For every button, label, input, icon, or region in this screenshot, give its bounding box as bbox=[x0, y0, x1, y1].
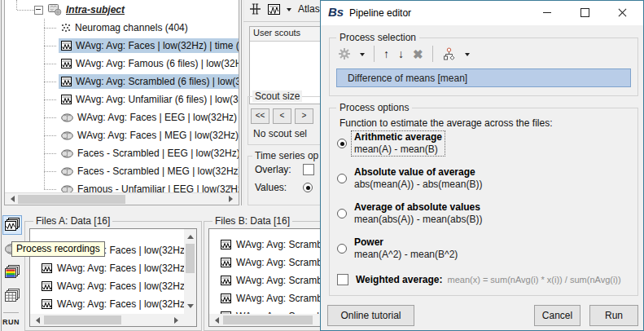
wavg-icon bbox=[61, 41, 72, 51]
move-up-button[interactable]: ↑ bbox=[383, 48, 389, 60]
tree-item[interactable]: Faces - Scrambled | EEG | low(32Hz) | ti bbox=[5, 144, 239, 162]
brain-icon bbox=[61, 131, 73, 140]
file-item-label: WAvg: Avg: Faces | low(32Hz) | bbox=[57, 263, 184, 274]
maximize-button[interactable] bbox=[572, 1, 598, 24]
tree-item[interactable]: WAvg: Avg: Faces | low(32Hz) | time (-2 bbox=[5, 37, 239, 55]
split-view-icon[interactable] bbox=[249, 3, 261, 15]
waveform-icon[interactable] bbox=[268, 4, 280, 15]
radio-button[interactable] bbox=[337, 244, 347, 254]
option-average-of-absolute-values[interactable]: Average of absolute values mean(abs(A)) … bbox=[337, 201, 482, 226]
move-down-button[interactable]: ↓ bbox=[398, 48, 404, 60]
tree-item-label: Faces - Scrambled | EEG | low(32Hz) | ti bbox=[77, 148, 239, 159]
brainstorm-logo-icon: Bs bbox=[328, 5, 344, 19]
overlay-checkbox[interactable] bbox=[303, 164, 314, 175]
dialog-titlebar[interactable]: Bs Pipeline editor bbox=[321, 1, 643, 25]
tree-item-label: WAvg: Avg: Unfamiliar (6 files) | low(32 bbox=[76, 94, 239, 105]
scrollbar-thumb[interactable] bbox=[18, 195, 125, 204]
option-absolute-value-of-average[interactable]: Absolute value of average abs(mean(A)) -… bbox=[337, 166, 482, 191]
pipeline-editor-dialog: Bs Pipeline editor Process selection ↑ ↓… bbox=[320, 0, 644, 331]
file-item[interactable]: WAvg: Avg: Faces | low(32Hz) | bbox=[30, 295, 184, 313]
subject-icon bbox=[48, 4, 62, 15]
file-item[interactable]: WAvg: Avg: Faces | low(32Hz) | bbox=[30, 277, 184, 295]
file-item[interactable]: WAvg: Avg: Faces | low(32Hz) | bbox=[30, 259, 184, 277]
scroll-down-hint-icon[interactable] bbox=[226, 185, 233, 192]
cancel-button[interactable]: Cancel bbox=[534, 305, 580, 326]
files-a-horizontal-scrollbar[interactable] bbox=[30, 314, 184, 326]
tree-item[interactable]: Faces - Scrambled | MEG | low(32Hz) | t bbox=[5, 162, 239, 180]
values-radio[interactable] bbox=[303, 183, 313, 192]
wavg-icon bbox=[61, 77, 72, 86]
grow-scout-fast-button[interactable]: << bbox=[251, 108, 269, 124]
scroll-left-icon[interactable] bbox=[212, 317, 219, 324]
tooltip: Process recordings bbox=[11, 241, 105, 257]
grow-scout-button[interactable]: > bbox=[295, 108, 313, 124]
scrollbar-thumb[interactable] bbox=[44, 316, 121, 324]
pipeline-icon[interactable] bbox=[442, 47, 456, 61]
scroll-right-icon[interactable] bbox=[229, 196, 236, 202]
scroll-up-icon[interactable] bbox=[187, 232, 194, 239]
radio-button[interactable] bbox=[337, 174, 347, 183]
minimize-button[interactable] bbox=[534, 1, 560, 24]
user-scouts-header[interactable]: User scouts bbox=[250, 27, 320, 42]
chevron-down-icon[interactable] bbox=[360, 53, 365, 59]
divider bbox=[243, 21, 320, 22]
divider bbox=[3, 312, 19, 313]
scout-size-buttons: << < > bbox=[251, 108, 313, 124]
selected-process-item[interactable]: Difference of means [mean] bbox=[336, 68, 631, 87]
chevron-down-icon[interactable] bbox=[287, 8, 291, 14]
delete-process-button[interactable]: ✖ bbox=[413, 48, 423, 60]
shrink-scout-button[interactable]: < bbox=[273, 108, 291, 124]
weighted-average-row[interactable]: Weighted average: mean(x) = sum(nAvg(i) … bbox=[337, 274, 621, 285]
process-timefreq-button[interactable] bbox=[2, 263, 22, 282]
scroll-down-icon[interactable] bbox=[187, 304, 194, 311]
tree-root-item[interactable]: Intra-subject bbox=[5, 1, 239, 19]
tree-item-label: WAvg: Avg: Faces | EEG | low(32Hz) | ti bbox=[77, 112, 239, 123]
atlas-menu[interactable]: Atlas bbox=[298, 3, 320, 15]
wavg-icon bbox=[61, 59, 72, 68]
tree-horizontal-scrollbar[interactable] bbox=[5, 192, 239, 205]
tree-item[interactable]: WAvg: Avg: Famous (6 files) | low(32Hz bbox=[5, 55, 239, 73]
option-arithmetic-average[interactable]: Arithmetic average mean(A) - mean(B) bbox=[337, 131, 445, 156]
file-item-label: WAvg: Avg: Faces | low(32Hz) | bbox=[57, 280, 184, 292]
process-selection-group: Process selection ↑ ↓ ✖ Difference of me… bbox=[329, 38, 638, 96]
tree-item-label: WAvg: Avg: Famous (6 files) | low(32Hz bbox=[76, 58, 239, 69]
gear-icon[interactable] bbox=[338, 47, 351, 60]
time-series-label: Time series op bbox=[252, 150, 320, 161]
radio-button[interactable] bbox=[337, 139, 347, 148]
scroll-left-icon[interactable] bbox=[7, 196, 15, 202]
run-label[interactable]: RUN bbox=[2, 318, 20, 326]
collapse-toggle[interactable] bbox=[34, 6, 43, 15]
scroll-left-icon[interactable] bbox=[33, 317, 40, 324]
option-power[interactable]: Power mean(A^2) - mean(B^2) bbox=[337, 236, 458, 261]
option-title: Arithmetic average bbox=[354, 131, 442, 143]
scroll-right-icon[interactable] bbox=[174, 317, 182, 324]
scrollbar-thumb[interactable] bbox=[223, 316, 313, 324]
run-button[interactable]: Run bbox=[589, 305, 638, 326]
weighted-average-label: Weighted average: bbox=[356, 274, 442, 285]
files-a-vertical-scrollbar[interactable] bbox=[184, 229, 196, 314]
radio-button[interactable] bbox=[337, 209, 347, 218]
database-tree-panel: Intra-subjectNeuromag channels (404)WAvg… bbox=[4, 0, 239, 205]
wavg-icon bbox=[42, 299, 52, 309]
process-recordings-button[interactable] bbox=[2, 215, 22, 235]
tree-item[interactable]: Neuromag channels (404) bbox=[5, 19, 239, 37]
process-matrix-button[interactable] bbox=[2, 286, 22, 306]
process-selection-label: Process selection bbox=[336, 32, 419, 43]
process-options-label: Process options bbox=[336, 102, 412, 113]
online-tutorial-button[interactable]: Online tutorial bbox=[327, 305, 414, 326]
tree-item-label: Faces - Scrambled | MEG | low(32Hz) | t bbox=[77, 166, 239, 177]
tree-item[interactable]: WAvg: Avg: Scrambled (6 files) | low(32 bbox=[5, 73, 239, 90]
tree-item[interactable]: WAvg: Avg: Faces | EEG | low(32Hz) | ti bbox=[5, 108, 239, 126]
files-a-group: Files A: Data [16] WAvg: Avg: Faces | lo… bbox=[24, 221, 202, 331]
close-button[interactable] bbox=[609, 1, 635, 24]
tree-item[interactable]: WAvg: Avg: Faces | MEG | low(32Hz) | t bbox=[5, 126, 239, 144]
scrollbar-thumb[interactable] bbox=[186, 244, 195, 273]
brain-icon bbox=[61, 113, 73, 122]
process-timefreq-icon bbox=[4, 265, 20, 280]
weighted-average-checkbox[interactable] bbox=[337, 274, 348, 285]
chevron-down-icon[interactable] bbox=[465, 53, 470, 59]
option-title: Average of absolute values bbox=[354, 201, 482, 214]
tree-item[interactable]: WAvg: Avg: Unfamiliar (6 files) | low(32 bbox=[5, 90, 239, 108]
scout-size-label: Scout size bbox=[252, 90, 302, 102]
brain-icon bbox=[61, 149, 73, 158]
